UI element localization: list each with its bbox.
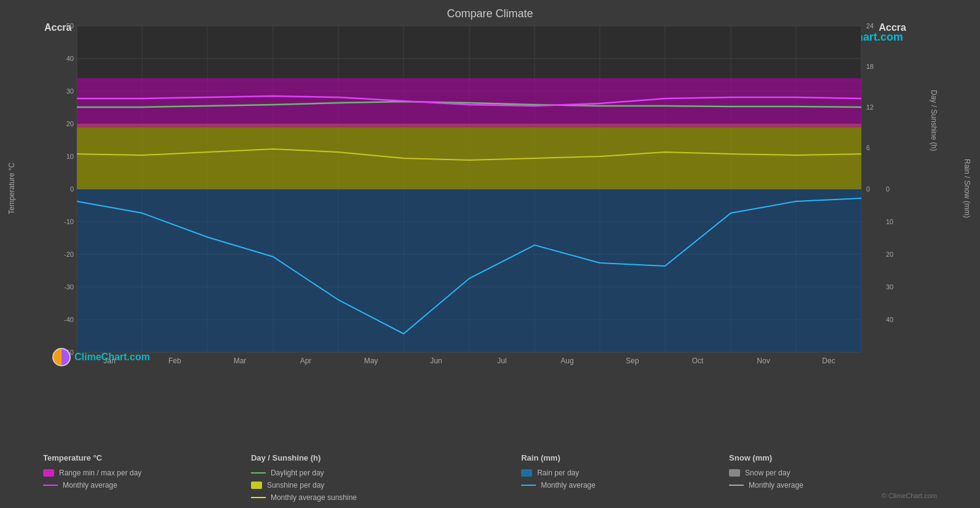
snow-avg-line bbox=[729, 485, 744, 486]
legend-daylight: Daylight per day bbox=[251, 469, 521, 477]
svg-text:May: May bbox=[364, 357, 378, 365]
svg-text:30: 30 bbox=[886, 283, 893, 291]
svg-text:-40: -40 bbox=[64, 316, 74, 323]
main-chart-svg: 50 40 30 20 10 0 -10 -20 -30 -40 -50 24 … bbox=[43, 20, 904, 377]
svg-text:0: 0 bbox=[70, 185, 74, 193]
sunshine-avg-line bbox=[251, 497, 266, 498]
svg-text:-30: -30 bbox=[64, 283, 74, 291]
legend-sunshine: Day / Sunshine (h) Daylight per day Suns… bbox=[251, 453, 521, 502]
svg-text:Dec: Dec bbox=[822, 357, 835, 365]
svg-text:-10: -10 bbox=[64, 218, 74, 225]
svg-text:6: 6 bbox=[866, 144, 870, 151]
axis-title-left: Temperature °C bbox=[7, 22, 16, 355]
temp-range-swatch bbox=[43, 469, 54, 477]
svg-text:30: 30 bbox=[66, 87, 74, 95]
svg-text:0: 0 bbox=[866, 185, 870, 193]
svg-text:Nov: Nov bbox=[757, 357, 770, 365]
brand-icon-bottom bbox=[52, 348, 71, 366]
svg-text:20: 20 bbox=[886, 251, 893, 258]
legend-sunshine-swatch: Sunshine per day bbox=[251, 481, 521, 490]
legend-temp-title: Temperature °C bbox=[43, 453, 251, 462]
svg-text:40: 40 bbox=[886, 316, 893, 323]
legend-rain-avg-label: Monthly average bbox=[541, 481, 596, 490]
svg-text:Feb: Feb bbox=[169, 357, 181, 365]
svg-text:12: 12 bbox=[866, 103, 874, 111]
svg-text:Mar: Mar bbox=[234, 357, 247, 365]
copyright-text: © ClimeChart.com bbox=[882, 492, 937, 499]
legend-snow-label: Snow per day bbox=[745, 469, 790, 477]
svg-text:Apr: Apr bbox=[300, 357, 312, 365]
svg-text:40: 40 bbox=[66, 55, 74, 62]
svg-text:Sep: Sep bbox=[626, 357, 639, 365]
rain-swatch bbox=[521, 469, 532, 477]
legend-temperature: Temperature °C Range min / max per day M… bbox=[43, 453, 251, 502]
svg-text:24: 24 bbox=[866, 22, 874, 30]
brand-text-bottom: ClimeChart.com bbox=[74, 352, 150, 363]
svg-text:Jun: Jun bbox=[430, 357, 442, 365]
legend-sunshine-label: Sunshine per day bbox=[267, 481, 324, 490]
temp-avg-line bbox=[43, 485, 58, 486]
legend-sunshine-avg-label: Monthly average sunshine bbox=[271, 493, 357, 502]
legend-rain-swatch: Rain per day bbox=[521, 469, 729, 477]
legend-rain-label: Rain per day bbox=[537, 469, 579, 477]
legend-snow-title: Snow (mm) bbox=[729, 453, 937, 462]
daylight-line bbox=[251, 472, 266, 474]
svg-rect-26 bbox=[77, 189, 861, 352]
legend-snow-avg: Monthly average bbox=[729, 481, 937, 490]
svg-text:10: 10 bbox=[66, 153, 74, 160]
svg-text:20: 20 bbox=[66, 120, 74, 127]
brand-logo-bottom: ClimeChart.com bbox=[52, 348, 150, 366]
svg-text:Aug: Aug bbox=[560, 357, 573, 365]
legend-snow-swatch: Snow per day bbox=[729, 469, 937, 477]
sunshine-swatch bbox=[251, 482, 262, 489]
svg-text:-20: -20 bbox=[64, 251, 74, 258]
snow-swatch bbox=[729, 469, 740, 477]
page-container: Compare Climate Accra Accra ClimeChart.c… bbox=[0, 0, 980, 508]
svg-text:0: 0 bbox=[886, 185, 890, 193]
legend-temp-avg-label: Monthly average bbox=[63, 481, 118, 490]
legend-temp-avg: Monthly average bbox=[43, 481, 251, 490]
svg-text:18: 18 bbox=[866, 63, 874, 70]
legend-temp-range-label: Range min / max per day bbox=[59, 469, 141, 477]
axis-title-rain-snow: Rain / Snow (mm) bbox=[963, 22, 971, 355]
legend-rain: Rain (mm) Rain per day Monthly average bbox=[521, 453, 729, 502]
legend-temp-range: Range min / max per day bbox=[43, 469, 251, 477]
svg-text:Oct: Oct bbox=[692, 357, 704, 365]
axis-title-day-sunshine: Day / Sunshine (h) bbox=[930, 22, 938, 219]
svg-text:50: 50 bbox=[66, 22, 74, 30]
svg-text:Jul: Jul bbox=[497, 357, 506, 365]
legend-rain-avg: Monthly average bbox=[521, 481, 729, 490]
legend-sunshine-title: Day / Sunshine (h) bbox=[251, 453, 521, 462]
legend-rain-title: Rain (mm) bbox=[521, 453, 729, 462]
svg-rect-27 bbox=[77, 189, 142, 223]
legend-snow-avg-label: Monthly average bbox=[749, 481, 803, 490]
legend-area: Temperature °C Range min / max per day M… bbox=[43, 453, 937, 502]
legend-daylight-label: Daylight per day bbox=[271, 469, 324, 477]
legend-sunshine-avg: Monthly average sunshine bbox=[251, 493, 521, 502]
rain-avg-line bbox=[521, 485, 536, 486]
svg-text:10: 10 bbox=[886, 218, 893, 225]
